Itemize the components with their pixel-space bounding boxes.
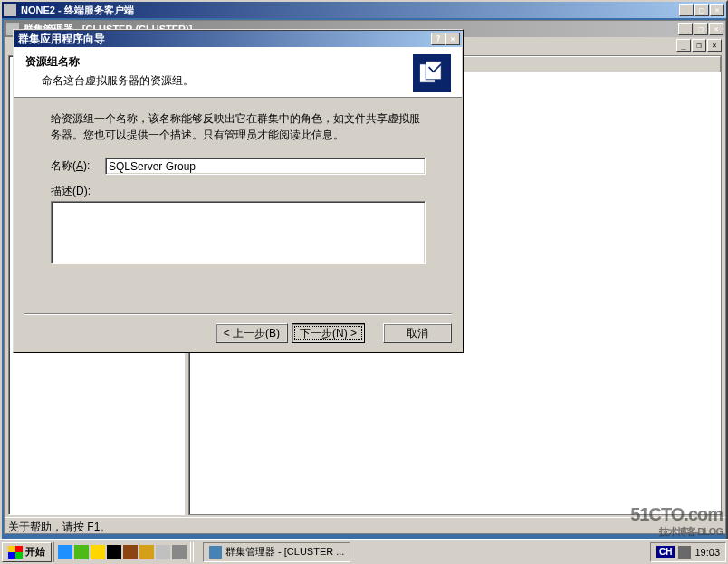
clock[interactable]: 19:03 bbox=[694, 547, 720, 558]
system-tray[interactable]: CH 19:03 bbox=[650, 542, 726, 562]
header-title: 资源组名称 bbox=[25, 54, 413, 70]
list-col[interactable] bbox=[455, 56, 722, 72]
mdi-minimize-button[interactable]: _ bbox=[676, 39, 691, 52]
header-sub: 命名这台虚拟服务器的资源组。 bbox=[25, 70, 413, 89]
cancel-button[interactable]: 取消 bbox=[383, 323, 452, 343]
name-input[interactable] bbox=[105, 158, 426, 175]
svg-rect-1 bbox=[426, 61, 441, 79]
desktop-icon[interactable] bbox=[74, 545, 89, 559]
task-button[interactable]: 群集管理器 - [CLUSTER ... bbox=[203, 542, 350, 562]
ime-indicator[interactable]: CH bbox=[656, 546, 675, 558]
minimize-button[interactable]: _ bbox=[679, 4, 694, 16]
dialog-titlebar[interactable]: 群集应用程序向导 ? × bbox=[14, 31, 462, 47]
desc-input[interactable] bbox=[51, 201, 426, 264]
app-icon bbox=[4, 4, 16, 16]
inner-restore-button[interactable]: ❐ bbox=[694, 23, 708, 35]
inner-minimize-button[interactable]: _ bbox=[678, 23, 693, 35]
tray-icon[interactable] bbox=[678, 546, 691, 559]
taskbar: 开始 群集管理器 - [CLUSTER ... CH 19:03 bbox=[0, 539, 728, 564]
explain-text: 给资源组一个名称，该名称能够反映出它在群集中的角色，如文件共享虚拟服务器。您也可… bbox=[51, 110, 426, 143]
wizard-dialog: 群集应用程序向导 ? × 资源组名称 命名这台虚拟服务器的资源组。 给资源组一个… bbox=[13, 29, 464, 353]
close-button[interactable]: × bbox=[710, 4, 724, 16]
next-button[interactable]: 下一步(N) > bbox=[292, 323, 365, 343]
outer-titlebar: NONE2 - 终端服务客户端 _ □ × bbox=[2, 2, 726, 18]
header-band: 资源组名称 命名这台虚拟服务器的资源组。 bbox=[14, 47, 462, 98]
statusbar: 关于帮助，请按 F1。 bbox=[5, 517, 725, 533]
quick-launch bbox=[53, 542, 191, 562]
mdi-restore-button[interactable]: ❐ bbox=[692, 39, 706, 52]
back-button[interactable]: < 上一步(B) bbox=[216, 323, 288, 343]
outer-title: NONE2 - 终端服务客户端 bbox=[19, 4, 679, 17]
watermark: 51CTO.com 技术博客-BLOG bbox=[630, 504, 723, 539]
app-icon[interactable] bbox=[156, 545, 170, 559]
explorer-icon[interactable] bbox=[91, 545, 105, 559]
dialog-close-button[interactable]: × bbox=[445, 33, 460, 45]
maximize-button[interactable]: □ bbox=[694, 4, 709, 16]
app-icon[interactable] bbox=[139, 545, 154, 559]
dialog-title-text: 群集应用程序向导 bbox=[16, 32, 431, 47]
task-label: 群集管理器 - [CLUSTER ... bbox=[225, 545, 344, 559]
inner-close-button[interactable]: × bbox=[709, 23, 723, 35]
start-button[interactable]: 开始 bbox=[2, 542, 52, 562]
cluster-icon bbox=[209, 546, 222, 559]
start-label: 开始 bbox=[25, 545, 45, 559]
app-icon[interactable] bbox=[172, 545, 187, 559]
help-button[interactable]: ? bbox=[431, 33, 445, 45]
banner-icon bbox=[413, 54, 451, 92]
desc-label: 描述(D): bbox=[51, 185, 91, 197]
ie-icon[interactable] bbox=[58, 545, 72, 559]
mdi-close-button[interactable]: × bbox=[707, 39, 722, 52]
windows-flag-icon bbox=[8, 546, 23, 559]
name-label: 名称(A): bbox=[51, 158, 105, 174]
cmd-icon[interactable] bbox=[107, 545, 121, 559]
app-icon[interactable] bbox=[123, 545, 138, 559]
